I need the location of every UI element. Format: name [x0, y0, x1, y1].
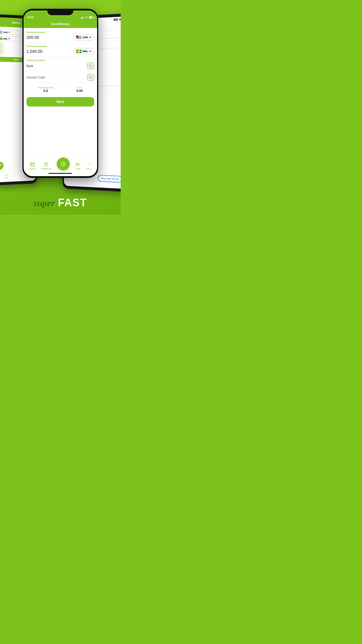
svg-point-2 — [0, 51, 1, 52]
nav-invite[interactable]: Invite — [75, 162, 80, 170]
phone-notch — [47, 9, 73, 15]
fee-col: Fee: 5.00 — [76, 86, 82, 92]
exchange-rate-label: Exchange rate: — [38, 86, 54, 89]
voucher-code-row: Voucher Code — [27, 74, 94, 81]
delivery-search-btn[interactable] — [87, 62, 94, 69]
nav-send-btn[interactable] — [57, 158, 70, 170]
svg-point-19 — [77, 163, 78, 164]
sending-currency-label: USD — [82, 36, 88, 39]
brl-flag — [76, 50, 82, 53]
nav-more-label: More — [86, 168, 91, 170]
voucher-search-icon — [89, 76, 92, 79]
nav-history[interactable]: History — [29, 162, 36, 170]
nav-beneficiary-label: Beneficiary — [41, 168, 51, 170]
next-button[interactable]: Next — [27, 97, 94, 106]
svg-point-17 — [47, 163, 48, 164]
delivery-method-row: Bank — [27, 62, 94, 69]
delivery-method-group: Delivery method Bank — [27, 59, 94, 69]
svg-point-23 — [88, 164, 89, 165]
left-search-1 — [0, 43, 3, 48]
sending-currency-chevron — [89, 37, 92, 38]
left-tab-invite: Invite — [5, 174, 8, 179]
app-header: Send Money — [24, 20, 97, 28]
phone-main: 22:20 Send Money — [22, 9, 98, 178]
history-icon — [30, 162, 35, 167]
svg-rect-9 — [31, 163, 35, 166]
right-pay-button[interactable]: Pay USD 205.00 — [98, 175, 121, 183]
receiving-amount-row: 1,040.00 BRL — [27, 48, 94, 55]
divider-2 — [27, 57, 94, 57]
fee-value: 5.00 — [76, 89, 82, 92]
receiving-amount-label: Receiving Amount — [27, 45, 94, 48]
voucher-search-btn[interactable] — [87, 74, 94, 81]
sending-currency-btn[interactable]: USD — [73, 34, 94, 41]
svg-line-3 — [1, 52, 1, 53]
search-icon — [89, 64, 92, 68]
receiving-amount-group: Receiving Amount 1,040.00 BRL — [27, 45, 94, 55]
receiving-currency-label: BRL — [83, 50, 88, 53]
sending-amount-value: 200.00 — [27, 35, 39, 40]
left-phone-title: Money — [12, 21, 20, 24]
receiving-amount-value: 1,040.00 — [27, 49, 43, 54]
svg-point-24 — [90, 164, 91, 165]
svg-point-4 — [6, 174, 7, 176]
divider-3 — [27, 72, 94, 72]
nav-history-label: History — [29, 168, 36, 170]
signal-icon — [80, 16, 84, 19]
sending-amount-label: Sending Amount — [27, 31, 94, 34]
usd-flag — [76, 36, 81, 39]
sending-amount-row: 200.00 USD — [27, 34, 94, 41]
beneficiary-icon — [44, 162, 49, 167]
divider-4 — [27, 83, 94, 83]
svg-point-16 — [45, 163, 46, 164]
home-indicator — [49, 173, 72, 174]
svg-line-6 — [91, 66, 92, 67]
phone-screen: 22:20 Send Money — [24, 10, 97, 176]
left-search-2 — [0, 49, 3, 55]
app-content: Sending Amount 200.00 USD Recei — [24, 28, 97, 109]
rate-fee-row: Exchange rate: 5.2 Fee: 5.00 — [27, 85, 94, 94]
tagline-super: super — [34, 198, 55, 208]
app-title: Send Money — [51, 22, 70, 26]
exchange-rate-col: Exchange rate: 5.2 — [38, 86, 54, 92]
tagline: super FAST — [0, 197, 121, 209]
tagline-fast: FAST — [58, 197, 87, 209]
status-time: 22:20 — [27, 16, 34, 19]
svg-point-22 — [87, 164, 87, 165]
fee-label: Fee: — [76, 86, 82, 89]
delivery-method-value: Bank — [27, 64, 33, 68]
nav-more[interactable]: More — [86, 162, 91, 170]
exchange-rate-value: 5.2 — [38, 89, 54, 92]
receiving-currency-btn[interactable]: BRL — [74, 48, 94, 55]
svg-line-8 — [91, 78, 92, 79]
voucher-code-label: Voucher Code — [27, 76, 45, 79]
status-icons — [80, 16, 94, 19]
wifi-icon — [85, 16, 88, 19]
bottom-nav: History Beneficiary — [25, 158, 96, 174]
divider-1 — [27, 43, 94, 43]
invite-icon — [75, 162, 80, 167]
receiving-currency-chevron — [89, 51, 92, 52]
more-icon — [86, 162, 91, 167]
sending-amount-group: Sending Amount 200.00 USD — [27, 31, 94, 41]
svg-line-1 — [1, 46, 1, 46]
svg-point-0 — [0, 44, 1, 46]
nav-beneficiary[interactable]: Beneficiary — [41, 162, 51, 170]
battery-icon — [89, 16, 94, 19]
delivery-method-label: Delivery method — [27, 59, 94, 62]
send-icon — [60, 161, 66, 167]
nav-invite-label: Invite — [75, 168, 80, 170]
